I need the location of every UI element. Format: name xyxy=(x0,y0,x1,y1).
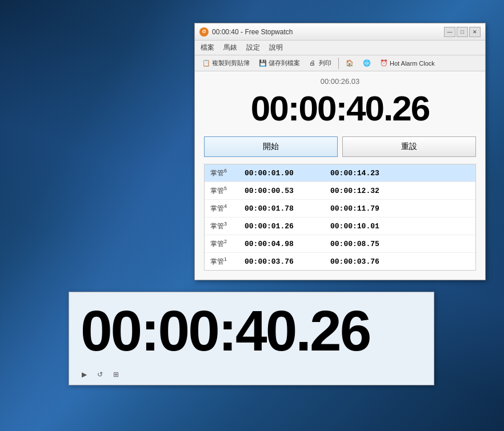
window-title: 00:00:40 - Free Stopwatch xyxy=(212,28,444,36)
lap-time-split: 00:00:03.76 xyxy=(245,257,330,266)
hot-alarm-button[interactable]: ⏰ Hot Alarm Clock xyxy=(376,58,439,69)
lap-time-total: 00:00:12.32 xyxy=(330,187,470,195)
lap-label: 掌管5 xyxy=(210,186,245,196)
print-icon: 🖨 xyxy=(309,59,317,67)
overlay-play-button[interactable]: ▶ xyxy=(78,369,90,380)
menu-help[interactable]: 說明 xyxy=(266,42,286,54)
menu-bar: 檔案 馬錶 設定 說明 xyxy=(195,41,485,55)
save-button[interactable]: 💾 儲存到檔案 xyxy=(255,57,304,69)
web-icon: 🌐 xyxy=(363,59,371,67)
alarm-icon: ⏰ xyxy=(380,59,388,67)
lap-number: 1 xyxy=(224,256,227,262)
app-icon: ⏱ xyxy=(199,27,209,37)
reset-button[interactable]: 重設 xyxy=(342,136,476,157)
overlay-window: 00:00:40.26 ▶ ↺ ⊞ xyxy=(69,292,434,385)
lap-time-total: 00:00:03.76 xyxy=(330,257,470,266)
close-button[interactable]: ✕ xyxy=(469,27,481,37)
lap-row: 掌管4 00:00:01.78 00:00:11.79 xyxy=(205,200,475,217)
menu-settings[interactable]: 設定 xyxy=(243,42,263,54)
lap-label: 掌管6 xyxy=(210,168,245,178)
home-icon: 🏠 xyxy=(346,59,354,67)
lap-time-split: 00:00:00.53 xyxy=(245,187,330,195)
sub-time-display: 00:00:26.03 xyxy=(204,77,476,86)
main-content: 00:00:26.03 00:00:40.26 開始 重設 掌管6 00:00:… xyxy=(195,71,485,280)
toolbar-separator xyxy=(338,58,339,69)
lap-number: 4 xyxy=(224,203,227,209)
save-label: 儲存到檔案 xyxy=(269,59,300,67)
copy-button[interactable]: 📋 複製到剪貼簿 xyxy=(198,57,254,69)
menu-file[interactable]: 檔案 xyxy=(197,42,218,54)
overlay-time-display: 00:00:40.26 xyxy=(69,292,434,366)
overlay-controls: ▶ ↺ ⊞ xyxy=(69,366,434,385)
home-button[interactable]: 🏠 xyxy=(342,58,358,69)
maximize-button[interactable]: □ xyxy=(457,27,468,37)
main-time-display: 00:00:40.26 xyxy=(204,88,476,128)
copy-icon: 📋 xyxy=(202,59,210,67)
minimize-button[interactable]: — xyxy=(444,27,455,37)
lap-row: 掌管1 00:00:03.76 00:00:03.76 xyxy=(205,253,475,270)
lap-table: 掌管6 00:00:01.90 00:00:14.23 掌管5 00:00:00… xyxy=(204,164,476,271)
lap-time-total: 00:00:08.75 xyxy=(330,240,470,248)
lap-number: 2 xyxy=(224,239,227,244)
lap-number: 6 xyxy=(224,168,227,174)
lap-time-split: 00:00:01.90 xyxy=(245,169,330,178)
save-icon: 💾 xyxy=(259,59,267,67)
lap-row: 掌管6 00:00:01.90 00:00:14.23 xyxy=(205,164,475,182)
action-buttons: 開始 重設 xyxy=(204,136,476,157)
lap-time-total: 00:00:11.79 xyxy=(330,204,470,213)
lap-time-split: 00:00:01.78 xyxy=(245,204,330,213)
lap-label: 掌管4 xyxy=(210,203,245,214)
lap-time-total: 00:00:14.23 xyxy=(330,169,470,178)
overlay-reset-button[interactable]: ↺ xyxy=(94,369,106,380)
start-button[interactable]: 開始 xyxy=(204,136,338,157)
toolbar: 📋 複製到剪貼簿 💾 儲存到檔案 🖨 列印 🏠 🌐 ⏰ Hot Alarm Cl… xyxy=(195,55,485,71)
menu-stopwatch[interactable]: 馬錶 xyxy=(220,42,241,54)
lap-time-total: 00:00:10.01 xyxy=(330,222,470,231)
lap-number: 3 xyxy=(224,221,227,227)
lap-time-split: 00:00:04.98 xyxy=(245,240,330,248)
overlay-grid-button[interactable]: ⊞ xyxy=(110,369,122,380)
lap-row: 掌管2 00:00:04.98 00:00:08.75 xyxy=(205,235,475,253)
lap-row: 掌管3 00:00:01.26 00:00:10.01 xyxy=(205,217,475,235)
lap-label: 掌管3 xyxy=(210,221,245,231)
copy-label: 複製到剪貼簿 xyxy=(212,59,250,67)
lap-time-split: 00:00:01.26 xyxy=(245,222,330,231)
hot-alarm-label: Hot Alarm Clock xyxy=(390,60,435,67)
stopwatch-window: ⏱ 00:00:40 - Free Stopwatch — □ ✕ 檔案 馬錶 … xyxy=(194,23,486,280)
web-button[interactable]: 🌐 xyxy=(359,58,375,69)
lap-label: 掌管2 xyxy=(210,239,245,249)
lap-number: 5 xyxy=(224,186,227,191)
print-label: 列印 xyxy=(319,59,331,67)
print-button[interactable]: 🖨 列印 xyxy=(305,57,335,69)
lap-label: 掌管1 xyxy=(210,256,245,267)
title-bar: ⏱ 00:00:40 - Free Stopwatch — □ ✕ xyxy=(195,23,485,41)
lap-row: 掌管5 00:00:00.53 00:00:12.32 xyxy=(205,182,475,200)
title-bar-controls: — □ ✕ xyxy=(444,27,481,37)
